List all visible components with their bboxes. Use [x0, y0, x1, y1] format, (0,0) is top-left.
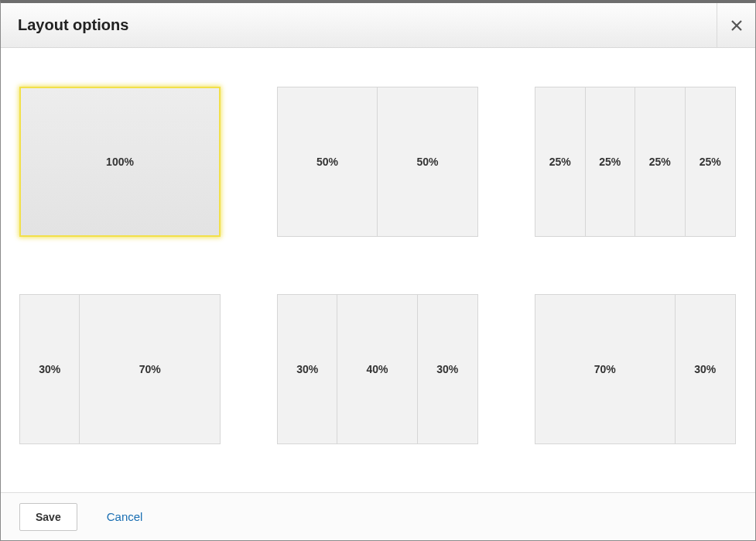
close-button[interactable] [717, 3, 755, 48]
layout-option-5-segment-1: 30% [676, 295, 735, 443]
layout-option-4-segment-1: 40% [337, 295, 417, 443]
layout-option-1[interactable]: 50%50% [277, 87, 478, 237]
layout-option-1-segment-0: 50% [278, 87, 378, 236]
layout-option-3-segment-1: 70% [80, 295, 220, 443]
layout-grid: 100%50%50%25%25%25%25%30%70%30%40%30%70%… [19, 87, 737, 444]
layout-option-2-segment-1: 25% [586, 87, 636, 236]
layout-option-4-segment-2: 30% [418, 295, 477, 443]
layout-option-3[interactable]: 30%70% [19, 294, 221, 444]
save-button[interactable]: Save [19, 503, 77, 531]
layout-option-2-segment-2: 25% [635, 87, 686, 236]
layout-option-0-segment-0: 100% [21, 88, 219, 235]
layout-option-1-segment-1: 50% [378, 87, 477, 236]
layout-option-0[interactable]: 100% [19, 87, 221, 237]
layout-option-2[interactable]: 25%25%25%25% [535, 87, 736, 237]
layout-option-2-segment-0: 25% [535, 87, 586, 236]
dialog-header: Layout options [1, 3, 755, 48]
dialog-footer: Save Cancel [1, 492, 755, 540]
layout-option-3-segment-0: 30% [20, 295, 80, 443]
dialog-title: Layout options [18, 16, 128, 34]
close-icon [730, 19, 743, 32]
layout-option-4[interactable]: 30%40%30% [277, 294, 478, 444]
layout-option-5-segment-0: 70% [535, 295, 676, 443]
layout-option-5[interactable]: 70%30% [535, 294, 736, 444]
layout-option-2-segment-3: 25% [686, 87, 736, 236]
cancel-button[interactable]: Cancel [107, 510, 143, 523]
layout-option-4-segment-0: 30% [278, 295, 337, 443]
layout-options-dialog: Layout options 100%50%50%25%25%25%25%30%… [0, 0, 756, 541]
dialog-body: 100%50%50%25%25%25%25%30%70%30%40%30%70%… [1, 48, 755, 492]
